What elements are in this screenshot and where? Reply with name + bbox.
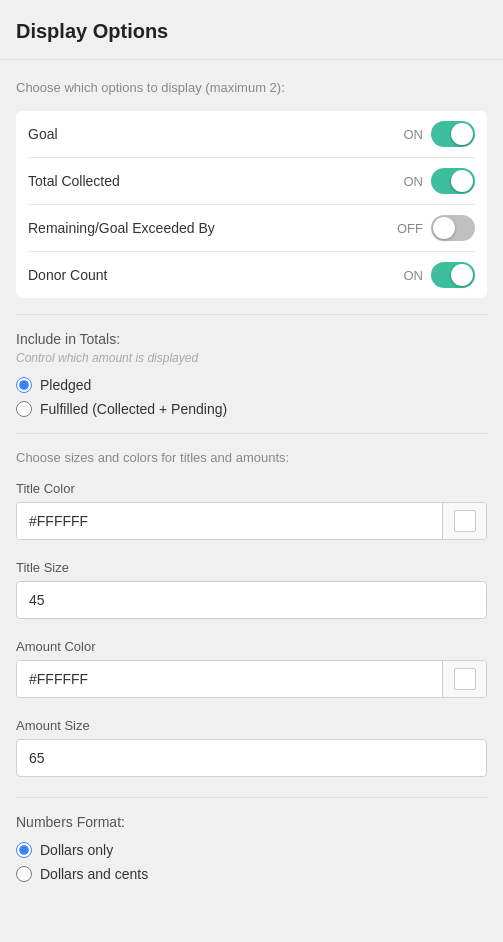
include-in-totals-section: Include in Totals: Control which amount … bbox=[16, 331, 487, 417]
amount-color-group: Amount Color bbox=[16, 639, 487, 698]
amount-size-group: Amount Size bbox=[16, 718, 487, 777]
toggle-switch-total-collected[interactable] bbox=[431, 168, 475, 194]
title-color-swatch-button[interactable] bbox=[442, 503, 486, 539]
amount-color-input[interactable] bbox=[17, 661, 442, 697]
toggle-row-goal: Goal ON bbox=[28, 111, 475, 158]
title-size-group: Title Size bbox=[16, 560, 487, 619]
radio-row-dollars-only: Dollars only bbox=[16, 842, 487, 858]
radio-row-pledged: Pledged bbox=[16, 377, 487, 393]
numbers-format-label: Numbers Format: bbox=[16, 814, 487, 830]
title-size-label: Title Size bbox=[16, 560, 487, 575]
toggle-status-total-collected: ON bbox=[404, 174, 424, 189]
radio-label-dollars-and-cents: Dollars and cents bbox=[40, 866, 148, 882]
amount-size-input[interactable] bbox=[16, 739, 487, 777]
toggle-switch-remaining[interactable] bbox=[431, 215, 475, 241]
toggle-knob-donor-count bbox=[451, 264, 473, 286]
numbers-format-section: Numbers Format: Dollars only Dollars and… bbox=[16, 814, 487, 882]
divider-2 bbox=[16, 433, 487, 434]
amount-color-swatch bbox=[454, 668, 476, 690]
toggle-switch-donor-count[interactable] bbox=[431, 262, 475, 288]
divider-1 bbox=[16, 314, 487, 315]
toggle-right-goal: ON bbox=[404, 121, 476, 147]
page-container: Display Options Choose which options to … bbox=[0, 0, 503, 942]
toggle-knob-goal bbox=[451, 123, 473, 145]
radio-label-pledged: Pledged bbox=[40, 377, 91, 393]
toggle-status-remaining: OFF bbox=[397, 221, 423, 236]
toggles-section: Goal ON Total Collected ON R bbox=[16, 111, 487, 298]
toggle-switch-goal[interactable] bbox=[431, 121, 475, 147]
toggle-right-donor-count: ON bbox=[404, 262, 476, 288]
radio-pledged[interactable] bbox=[16, 377, 32, 393]
toggle-row-remaining: Remaining/Goal Exceeded By OFF bbox=[28, 205, 475, 252]
radio-row-fulfilled: Fulfilled (Collected + Pending) bbox=[16, 401, 487, 417]
toggle-knob-remaining bbox=[433, 217, 455, 239]
page-title: Display Options bbox=[16, 20, 168, 42]
sizes-colors-description: Choose sizes and colors for titles and a… bbox=[16, 450, 487, 465]
toggle-status-goal: ON bbox=[404, 127, 424, 142]
title-color-group: Title Color bbox=[16, 481, 487, 540]
display-options-description: Choose which options to display (maximum… bbox=[16, 80, 487, 95]
toggle-right-total-collected: ON bbox=[404, 168, 476, 194]
toggle-label-remaining: Remaining/Goal Exceeded By bbox=[28, 220, 215, 236]
toggle-row-total-collected: Total Collected ON bbox=[28, 158, 475, 205]
header: Display Options bbox=[0, 0, 503, 60]
toggle-status-donor-count: ON bbox=[404, 268, 424, 283]
toggle-row-donor-count: Donor Count ON bbox=[28, 252, 475, 298]
divider-3 bbox=[16, 797, 487, 798]
include-in-totals-label: Include in Totals: bbox=[16, 331, 487, 347]
amount-color-input-row bbox=[16, 660, 487, 698]
radio-fulfilled[interactable] bbox=[16, 401, 32, 417]
amount-color-swatch-button[interactable] bbox=[442, 661, 486, 697]
toggle-knob-total-collected bbox=[451, 170, 473, 192]
include-in-totals-sublabel: Control which amount is displayed bbox=[16, 351, 487, 365]
title-color-label: Title Color bbox=[16, 481, 487, 496]
toggle-right-remaining: OFF bbox=[397, 215, 475, 241]
title-size-input[interactable] bbox=[16, 581, 487, 619]
content-area: Choose which options to display (maximum… bbox=[0, 60, 503, 910]
title-color-input[interactable] bbox=[17, 503, 442, 539]
title-color-swatch bbox=[454, 510, 476, 532]
toggle-label-total-collected: Total Collected bbox=[28, 173, 120, 189]
amount-color-label: Amount Color bbox=[16, 639, 487, 654]
toggle-label-donor-count: Donor Count bbox=[28, 267, 107, 283]
radio-dollars-and-cents[interactable] bbox=[16, 866, 32, 882]
radio-label-fulfilled: Fulfilled (Collected + Pending) bbox=[40, 401, 227, 417]
radio-row-dollars-and-cents: Dollars and cents bbox=[16, 866, 487, 882]
toggle-label-goal: Goal bbox=[28, 126, 58, 142]
radio-label-dollars-only: Dollars only bbox=[40, 842, 113, 858]
amount-size-label: Amount Size bbox=[16, 718, 487, 733]
radio-dollars-only[interactable] bbox=[16, 842, 32, 858]
title-color-input-row bbox=[16, 502, 487, 540]
